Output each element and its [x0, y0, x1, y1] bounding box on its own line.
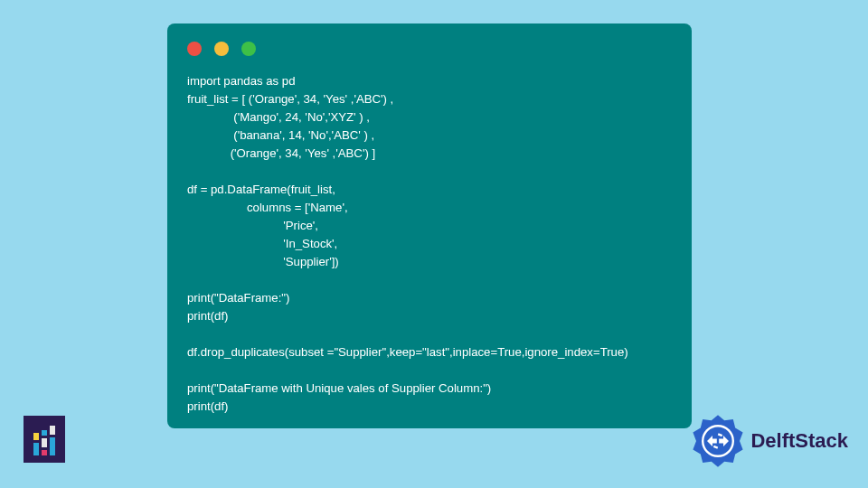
- code-window: import pandas as pd fruit_list = [ ('Ora…: [167, 23, 692, 428]
- brand-name: DelftStack: [750, 429, 848, 453]
- brand-logo: DelftStack: [691, 414, 848, 468]
- code-block: import pandas as pd fruit_list = [ ('Ora…: [187, 72, 672, 416]
- window-minimize-icon: [214, 42, 229, 56]
- left-logo-icon: [24, 416, 65, 463]
- traffic-lights: [187, 42, 672, 56]
- brand-gear-icon: [691, 414, 745, 468]
- window-close-icon: [187, 42, 202, 56]
- window-zoom-icon: [241, 42, 256, 56]
- logo-bars: [33, 423, 55, 455]
